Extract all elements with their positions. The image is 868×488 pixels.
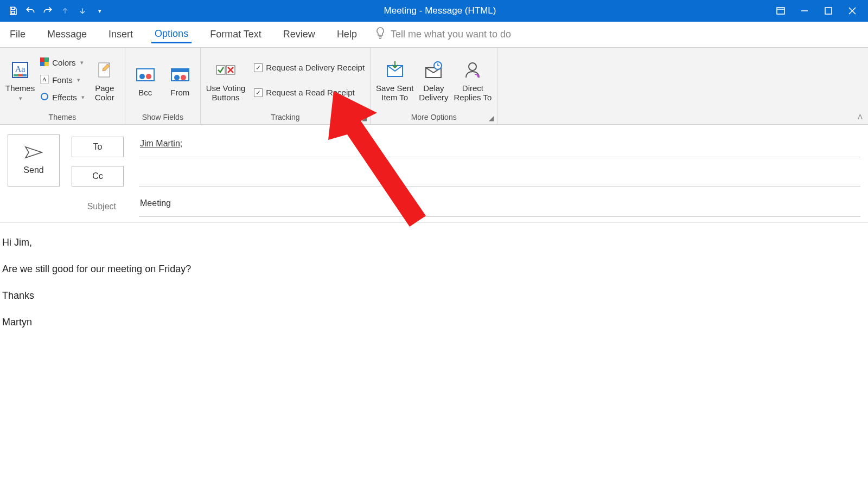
dialog-launcher-icon[interactable]: ◢ (489, 114, 494, 122)
maximize-icon[interactable] (821, 4, 835, 18)
next-item-icon[interactable] (76, 4, 89, 17)
tab-options[interactable]: Options (151, 26, 192, 43)
chevron-down-icon: ▾ (19, 95, 22, 102)
fonts-icon: A (40, 75, 49, 85)
svg-rect-14 (40, 57, 44, 62)
subject-field[interactable]: Meeting (139, 196, 860, 217)
tell-me-search[interactable]: Tell me what you want to do (375, 27, 511, 42)
svg-rect-4 (825, 8, 832, 14)
svg-rect-26 (171, 69, 189, 72)
window-title: Meeting - Message (HTML) (106, 5, 774, 16)
previous-item-icon[interactable] (59, 4, 72, 17)
tab-file[interactable]: File (7, 27, 29, 42)
close-icon[interactable] (845, 4, 859, 18)
effects-button[interactable]: Effects▾ (40, 91, 85, 105)
bcc-icon (134, 63, 157, 86)
svg-text:Aa: Aa (15, 65, 25, 74)
use-voting-buttons[interactable]: Use Voting Buttons (206, 59, 246, 102)
save-sent-icon (384, 59, 406, 81)
ribbon-group-themes: Aa Themes ▾ Colors▾ A Fonts▾ Effects▾ (0, 48, 125, 124)
group-label-tracking: Tracking ◢ (201, 110, 370, 124)
colors-button[interactable]: Colors▾ (40, 56, 85, 70)
lightbulb-icon (375, 27, 385, 42)
svg-text:A: A (42, 76, 47, 82)
bcc-button[interactable]: Bcc (131, 63, 160, 97)
checkbox-checked-icon: ✓ (254, 63, 263, 72)
redo-icon[interactable] (41, 4, 54, 17)
customize-qat-icon[interactable]: ▾ (93, 4, 106, 17)
collapse-ribbon-icon[interactable]: ᐱ (858, 113, 863, 121)
subject-label: Subject (8, 202, 124, 211)
group-label-themes: Themes (0, 110, 125, 124)
effects-icon (40, 92, 49, 102)
svg-rect-1 (777, 8, 784, 14)
ribbon: Aa Themes ▾ Colors▾ A Fonts▾ Effects▾ (0, 48, 868, 125)
ribbon-tabs: File Message Insert Options Format Text … (0, 22, 868, 48)
delay-delivery-icon (422, 59, 445, 81)
svg-point-24 (146, 74, 151, 79)
quick-access-toolbar: ▾ (3, 4, 106, 17)
svg-rect-12 (14, 74, 18, 76)
undo-icon[interactable] (24, 4, 37, 17)
save-sent-item-to-button[interactable]: Save Sent Item To (376, 59, 413, 102)
ribbon-group-show-fields: Bcc From Show Fields (125, 48, 201, 124)
tab-review[interactable]: Review (280, 27, 318, 42)
body-line: Are we still good for our meeting on Fri… (2, 264, 866, 275)
svg-point-20 (41, 93, 48, 100)
svg-point-34 (469, 63, 476, 70)
send-button[interactable]: Send (8, 134, 60, 187)
themes-icon: Aa (9, 59, 31, 81)
body-line: Martyn (2, 317, 866, 328)
ribbon-group-more-options: Save Sent Item To Delay Delivery Direct … (371, 48, 497, 124)
page-color-icon (93, 59, 116, 81)
voting-icon (214, 59, 237, 81)
checkbox-checked-icon: ✓ (254, 88, 263, 97)
tab-help[interactable]: Help (334, 27, 360, 42)
tab-format-text[interactable]: Format Text (207, 27, 265, 42)
minimize-icon[interactable] (797, 4, 812, 18)
message-body[interactable]: Hi Jim, Are we still good for our meetin… (0, 222, 868, 357)
fonts-button[interactable]: A Fonts▾ (40, 73, 85, 87)
group-label-more-options: More Options ◢ (371, 110, 497, 124)
to-button[interactable]: To (72, 137, 124, 157)
svg-rect-0 (11, 11, 15, 14)
save-icon[interactable] (7, 4, 20, 17)
ribbon-group-tracking: Use Voting Buttons ✓ Request a Delivery … (201, 48, 371, 124)
tell-me-placeholder: Tell me what you want to do (391, 29, 511, 40)
svg-rect-22 (137, 69, 154, 81)
svg-rect-15 (44, 57, 49, 62)
svg-rect-16 (40, 62, 44, 66)
send-icon (24, 146, 43, 161)
ribbon-display-options-icon[interactable] (774, 4, 788, 18)
to-field[interactable]: Jim Martin; (139, 137, 860, 157)
colors-icon (40, 57, 49, 68)
tab-insert[interactable]: Insert (105, 27, 136, 42)
svg-point-27 (174, 75, 180, 80)
svg-point-28 (181, 75, 186, 80)
window-controls (774, 4, 865, 18)
cc-button[interactable]: Cc (72, 166, 124, 187)
request-read-receipt-checkbox[interactable]: ✓ Request a Read Receipt (254, 86, 365, 100)
svg-point-23 (139, 74, 145, 79)
title-bar: ▾ Meeting - Message (HTML) (0, 0, 868, 22)
body-line: Thanks (2, 290, 866, 301)
cc-field[interactable] (139, 166, 860, 187)
compose-header: Send To Jim Martin; Cc Subject Meeting (0, 125, 868, 217)
direct-replies-icon (461, 59, 484, 81)
tab-message[interactable]: Message (44, 27, 90, 42)
svg-rect-17 (44, 62, 49, 66)
body-line: Hi Jim, (2, 237, 866, 248)
delay-delivery-button[interactable]: Delay Delivery (419, 59, 448, 102)
direct-replies-to-button[interactable]: Direct Replies To (454, 59, 492, 102)
group-label-show-fields: Show Fields (125, 110, 200, 124)
svg-rect-13 (22, 74, 27, 76)
dialog-launcher-icon[interactable]: ◢ (362, 114, 367, 122)
recipient-chip[interactable]: Jim Martin (140, 139, 180, 148)
from-icon (169, 63, 192, 86)
themes-button[interactable]: Aa Themes ▾ (5, 59, 35, 102)
page-color-button[interactable]: Page Color (90, 59, 119, 102)
from-button[interactable]: From (165, 63, 195, 97)
request-delivery-receipt-checkbox[interactable]: ✓ Request a Delivery Receipt (254, 61, 365, 75)
svg-rect-29 (216, 66, 225, 74)
